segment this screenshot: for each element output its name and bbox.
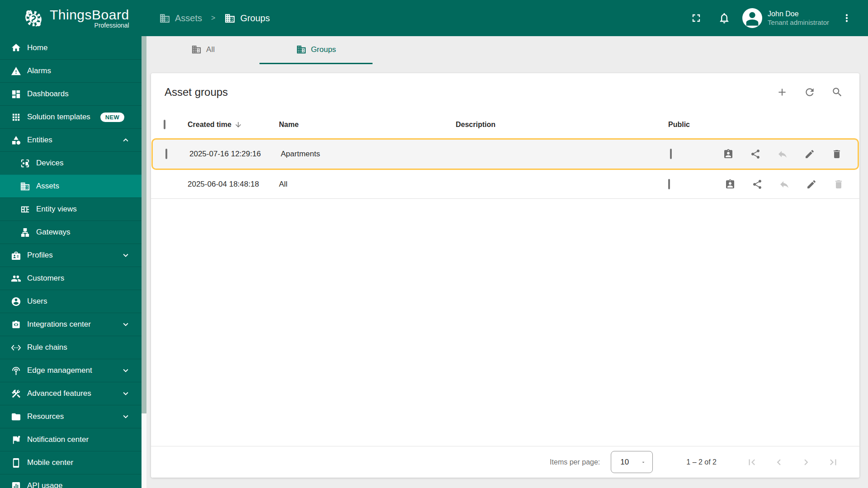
card-header: Asset groups — [151, 73, 859, 111]
column-name[interactable]: Name — [279, 121, 456, 129]
sidebar-item-label: Rule chains — [27, 343, 67, 352]
delete-group-button[interactable] — [831, 149, 842, 160]
user-avatar[interactable] — [742, 8, 762, 28]
open-group-button[interactable] — [725, 179, 736, 190]
breadcrumb-assets[interactable]: Assets — [159, 13, 202, 24]
sidebar-item-customers[interactable]: Customers — [0, 267, 142, 290]
column-created-time[interactable]: Created time — [188, 121, 279, 129]
app-header: ThingsBoard Professional Assets > Groups… — [0, 0, 868, 36]
paginator: Items per page: 10 1 – 2 of 2 — [151, 446, 859, 478]
search-icon — [831, 86, 843, 98]
api-usage-icon — [11, 481, 21, 488]
solution-templates-icon — [11, 112, 21, 122]
dashboards-icon — [11, 89, 21, 99]
cell-created-time: 2025-07-16 12:29:16 — [189, 150, 281, 159]
chevron-down-icon — [121, 366, 131, 375]
home-icon — [11, 42, 21, 53]
items-per-page-label: Items per page: — [550, 458, 600, 466]
table-body: 2025-07-16 12:29:16Apartments2025-06-04 … — [151, 138, 859, 199]
share-group-button[interactable] — [750, 149, 761, 160]
sidebar-item-solution-templates[interactable]: Solution templatesNEW — [0, 105, 142, 128]
select-arrow-icon — [641, 460, 646, 465]
profiles-icon — [11, 250, 21, 261]
breadcrumb-groups[interactable]: Groups — [224, 13, 270, 24]
share-icon — [750, 149, 761, 160]
sidebar-item-mobile-center[interactable]: Mobile center — [0, 451, 142, 474]
page-title: Asset groups — [165, 86, 228, 99]
sidebar-item-label: Notification center — [27, 435, 89, 444]
more-vert-icon — [841, 12, 853, 24]
sidebar-item-home[interactable]: Home — [0, 36, 142, 59]
sidebar-item-assets[interactable]: Assets — [0, 174, 142, 197]
search-button[interactable] — [831, 86, 843, 98]
cell-name: All — [279, 180, 456, 189]
thingsboard-logo[interactable]: ThingsBoard Professional — [22, 6, 129, 30]
sidebar-item-users[interactable]: Users — [0, 290, 142, 313]
sidebar-item-alarms[interactable]: Alarms — [0, 59, 142, 82]
sidebar-item-label: Dashboards — [27, 89, 69, 99]
card-actions — [776, 86, 843, 98]
thingsboard-logo-icon — [22, 6, 45, 30]
sidebar-item-label: Home — [27, 43, 47, 52]
sidebar-item-notification-center[interactable]: Notification center — [0, 428, 142, 451]
sidebar-item-label: Edge management — [27, 366, 92, 375]
public-checkbox[interactable] — [670, 149, 672, 159]
domain-icon — [224, 13, 236, 24]
add-group-button[interactable] — [776, 86, 788, 98]
select-all-checkbox[interactable] — [164, 120, 165, 129]
chevron-up-icon — [121, 135, 131, 145]
chevron-left-icon — [773, 456, 785, 468]
sidebar-menu: HomeAlarmsDashboardsSolution templatesNE… — [0, 36, 142, 488]
domain-icon — [296, 44, 307, 55]
sidebar-item-label: Profiles — [27, 251, 53, 260]
sidebar-item-label: Resources — [27, 412, 64, 421]
sidebar-item-label: Mobile center — [27, 458, 73, 467]
sidebar-item-label: Assets — [36, 182, 59, 191]
page-range-label: 1 – 2 of 2 — [686, 458, 717, 466]
sidebar-item-rule-chains[interactable]: Rule chains — [0, 336, 142, 359]
sidebar-item-advanced-features[interactable]: Advanced features — [0, 382, 142, 405]
fullscreen-button[interactable] — [690, 12, 703, 24]
make-private-button — [779, 179, 790, 190]
sidebar-item-edge-management[interactable]: Edge management — [0, 359, 142, 382]
fullscreen-icon — [690, 12, 703, 24]
chevron-down-icon — [121, 250, 131, 260]
sidebar-item-profiles[interactable]: Profiles — [0, 244, 142, 267]
tab-groups[interactable]: Groups — [259, 36, 373, 64]
sidebar-item-integrations-center[interactable]: Integrations center — [0, 313, 142, 336]
table-row-all[interactable]: 2025-06-04 18:48:18All — [151, 170, 859, 199]
delete-group-button — [833, 179, 844, 190]
tab-all[interactable]: All — [146, 36, 259, 64]
refresh-button[interactable] — [804, 86, 816, 98]
sidebar-scrollbar-thumb[interactable] — [142, 36, 146, 413]
sidebar-item-entities[interactable]: Entities — [0, 128, 142, 151]
open-group-button[interactable] — [723, 149, 734, 160]
sidebar-item-dashboards[interactable]: Dashboards — [0, 82, 142, 105]
breadcrumb-separator: > — [211, 14, 215, 22]
page-size-select[interactable]: 10 — [611, 451, 653, 473]
share-group-button[interactable] — [752, 179, 763, 190]
sidebar-item-gateways[interactable]: Gateways — [0, 221, 142, 244]
assets-icon — [20, 181, 30, 192]
edit-group-button[interactable] — [806, 179, 817, 190]
more-menu-button[interactable] — [841, 12, 853, 24]
sidebar-item-label: Advanced features — [27, 389, 91, 398]
table-row-apartments[interactable]: 2025-07-16 12:29:16Apartments — [151, 138, 859, 170]
edit-group-button[interactable] — [804, 149, 815, 160]
resources-icon — [11, 412, 21, 422]
sidebar-item-api-usage[interactable]: API usage — [0, 474, 142, 488]
notifications-button[interactable] — [718, 12, 731, 24]
public-checkbox[interactable] — [668, 179, 670, 189]
row-checkbox[interactable] — [165, 149, 167, 159]
page-size-value: 10 — [620, 458, 629, 467]
edit-icon — [806, 179, 817, 190]
app-edition: Professional — [94, 22, 129, 29]
user-name: John Doe — [768, 9, 829, 19]
sidebar-item-devices[interactable]: Devices — [0, 151, 142, 174]
reply-icon — [779, 179, 790, 190]
domain-icon — [191, 44, 202, 55]
sidebar-item-resources[interactable]: Resources — [0, 405, 142, 428]
column-description[interactable]: Description — [456, 121, 668, 129]
refresh-icon — [804, 86, 816, 98]
sidebar-item-entity-views[interactable]: Entity views — [0, 197, 142, 221]
